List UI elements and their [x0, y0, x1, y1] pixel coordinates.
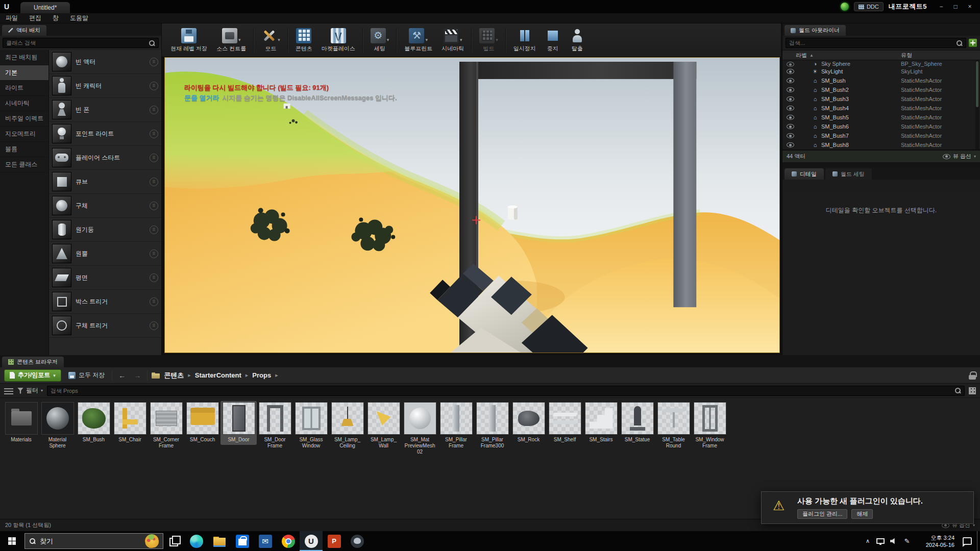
- toolbar-button[interactable]: 중지: [541, 26, 565, 55]
- class-search-box[interactable]: [3, 38, 159, 48]
- taskbar-app-chrome[interactable]: [277, 531, 300, 551]
- outliner-column-header[interactable]: 라벨▲ 유형: [782, 50, 980, 60]
- menu-item[interactable]: 편집: [23, 13, 47, 23]
- taskbar-app-store[interactable]: [231, 531, 254, 551]
- place-actor-item[interactable]: 플레이어 스타트 ⠿: [49, 146, 161, 170]
- tray-display-icon[interactable]: [874, 531, 887, 551]
- place-actor-item[interactable]: 큐브 ⠿: [49, 170, 161, 194]
- toolbar-button[interactable]: 콘텐츠: [291, 26, 317, 55]
- outliner-search-input[interactable]: [789, 40, 956, 46]
- toolbar-button[interactable]: 현재 레벨 저장: [166, 26, 212, 55]
- taskbar-clock[interactable]: 오후 3:24 2024-05-16: [914, 534, 958, 548]
- save-all-button[interactable]: 모두 저장: [65, 371, 108, 380]
- asset-item[interactable]: SM_Stairs: [583, 401, 619, 445]
- asset-item[interactable]: Material Sphere: [39, 401, 76, 451]
- toolbar-button[interactable]: ▾ 소스 컨트롤: [212, 26, 251, 55]
- lock-icon[interactable]: [969, 371, 976, 380]
- visibility-eye-icon[interactable]: [787, 96, 794, 102]
- tray-chevron-icon[interactable]: ∧: [862, 538, 874, 544]
- tab-place-actors[interactable]: 액터 배치: [2, 25, 46, 36]
- asset-item[interactable]: SM_Table Round: [655, 401, 692, 451]
- asset-item[interactable]: SM_Couch: [184, 401, 220, 445]
- visibility-eye-icon[interactable]: [787, 87, 794, 92]
- add-filter-icon[interactable]: [969, 39, 977, 47]
- asset-search-box[interactable]: [47, 386, 965, 396]
- outliner-row[interactable]: ⌂ SM_Bush4 StaticMeshActor: [782, 104, 980, 113]
- asset-item[interactable]: SM_Mat PreviewMesh 02: [402, 401, 438, 457]
- taskbar-app-edge[interactable]: [185, 531, 208, 551]
- taskbar-search-box[interactable]: 찾기: [24, 533, 163, 549]
- outliner-row[interactable]: ⌂ SM_Bush3 StaticMeshActor: [782, 94, 980, 104]
- taskbar-app-file-explorer[interactable]: [208, 531, 231, 551]
- asset-item[interactable]: SM_Corner Frame: [148, 401, 184, 451]
- place-category[interactable]: 시네마틱: [0, 96, 48, 111]
- close-button[interactable]: ×: [963, 1, 977, 12]
- game-viewport[interactable]: 라이팅을 다시 빌드해야 합니다 (빌드 필요: 91개) 문을 열거라 시지를…: [164, 57, 780, 353]
- place-actor-item[interactable]: 빈 액터 ⠿: [49, 50, 161, 74]
- dismiss-button[interactable]: 해제: [851, 509, 873, 519]
- place-category[interactable]: 지오메트리: [0, 127, 48, 142]
- taskbar-app-github[interactable]: [346, 531, 369, 551]
- asset-item[interactable]: SM_Lamp_ Wall: [365, 401, 402, 451]
- toolbar-button[interactable]: 일시정지: [509, 26, 541, 55]
- place-category[interactable]: 비주얼 이펙트: [0, 111, 48, 127]
- toolbar-button[interactable]: 마켓플레이스: [317, 26, 360, 55]
- place-actor-item[interactable]: 구체 트리거 ⠿: [49, 314, 161, 338]
- place-actor-item[interactable]: 빈 캐릭터 ⠿: [49, 74, 161, 98]
- place-actor-item[interactable]: 원기둥 ⠿: [49, 218, 161, 242]
- minimize-button[interactable]: −: [934, 1, 948, 12]
- toolbar-button[interactable]: ⚒ ▾ 블루프린트: [400, 26, 437, 55]
- visibility-eye-icon[interactable]: [787, 106, 794, 111]
- taskbar-app-mail[interactable]: ✉: [254, 531, 277, 551]
- sources-panel-toggle-icon[interactable]: [4, 387, 13, 394]
- asset-item[interactable]: SM_Door: [220, 401, 257, 445]
- class-search-input[interactable]: [6, 40, 149, 46]
- taskbar-app-unreal-editor[interactable]: U: [300, 531, 323, 551]
- asset-item[interactable]: SM_Bush: [76, 401, 112, 445]
- place-actor-item[interactable]: 원뿔 ⠿: [49, 242, 161, 266]
- outliner-search-box[interactable]: [786, 38, 966, 48]
- outliner-scrollbar[interactable]: [975, 60, 979, 150]
- toolbar-button[interactable]: ▾ 모드: [257, 26, 285, 55]
- menu-item[interactable]: 파일: [0, 13, 23, 23]
- place-actor-item[interactable]: 박스 트리거 ⠿: [49, 290, 161, 314]
- level-tab[interactable]: Untitled*: [20, 2, 70, 13]
- asset-item[interactable]: SM_Statue: [619, 401, 655, 445]
- place-category[interactable]: 모든 클래스: [0, 157, 48, 172]
- outliner-row[interactable]: ⌂ SM_Bush7 StaticMeshActor: [782, 131, 980, 140]
- outliner-row[interactable]: ⌂ SM_Bush5 StaticMeshActor: [782, 113, 980, 122]
- tab-content-browser[interactable]: 콘텐츠 브라우저: [2, 357, 64, 367]
- menu-item[interactable]: 창: [47, 13, 64, 23]
- place-actor-item[interactable]: 구체 ⠿: [49, 194, 161, 218]
- asset-item[interactable]: SM_Rock: [510, 401, 547, 445]
- asset-item[interactable]: SM_Window Frame: [692, 401, 728, 451]
- asset-search-input[interactable]: [51, 388, 954, 394]
- asset-item[interactable]: Materials: [3, 401, 39, 445]
- outliner-view-options[interactable]: 뷰 옵션 ▾: [943, 153, 976, 160]
- outliner-row[interactable]: ◑ Sky Sphere BP_Sky_Sphere: [782, 60, 980, 67]
- back-button[interactable]: ←: [116, 371, 128, 380]
- visibility-eye-icon[interactable]: [787, 115, 794, 120]
- task-view-button[interactable]: [163, 531, 185, 551]
- visibility-eye-icon[interactable]: [787, 133, 794, 138]
- forward-button[interactable]: →: [132, 371, 143, 380]
- place-category[interactable]: 기본: [0, 65, 48, 81]
- breadcrumb-root[interactable]: 콘텐츠: [164, 371, 184, 380]
- place-category[interactable]: 라이트: [0, 81, 48, 96]
- outliner-row[interactable]: ⌂ SM_Bush2 StaticMeshActor: [782, 85, 980, 94]
- asset-item[interactable]: SM_Shelf: [547, 401, 583, 445]
- taskbar-app-powerpoint[interactable]: P: [323, 531, 346, 551]
- outliner-row[interactable]: ⌂ SM_Bush6 StaticMeshActor: [782, 122, 980, 131]
- view-type-icon[interactable]: [969, 387, 976, 394]
- visibility-eye-icon[interactable]: [787, 78, 794, 83]
- asset-item[interactable]: SM_Glass Window: [293, 401, 329, 451]
- tab-world-outliner[interactable]: 월드 아웃라이너: [785, 25, 846, 36]
- visibility-eye-icon[interactable]: [787, 69, 794, 74]
- breadcrumb-startercontent[interactable]: StarterContent: [195, 371, 241, 379]
- place-category[interactable]: 볼륨: [0, 142, 48, 157]
- asset-item[interactable]: SM_Door Frame: [257, 401, 293, 451]
- asset-item[interactable]: SM_Chair: [112, 401, 148, 445]
- ddc-button[interactable]: DDC: [854, 2, 884, 11]
- visibility-eye-icon[interactable]: [787, 142, 794, 147]
- toolbar-button[interactable]: ⚙ ▾ 세팅: [366, 26, 394, 55]
